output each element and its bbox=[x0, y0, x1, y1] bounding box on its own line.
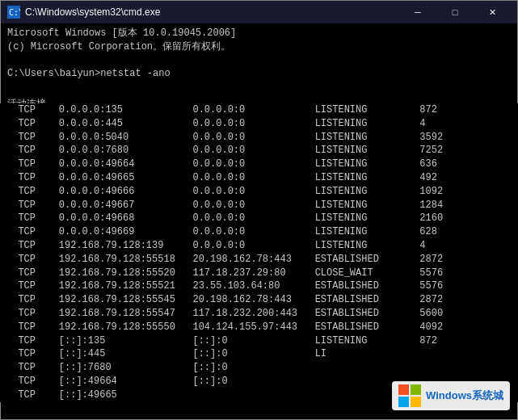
command-prompt: C:\Users\baiyun>netstat -ano bbox=[7, 67, 511, 81]
window-title: C:\Windows\system32\cmd.exe bbox=[25, 6, 399, 18]
svg-rect-2 bbox=[398, 384, 409, 395]
netstat-row-7: TCP 0.0.0.0:49667 0.0.0.0:0 LISTENING 12… bbox=[6, 199, 512, 212]
minimize-button[interactable]: ─ bbox=[399, 1, 436, 23]
netstat-row-0: TCP 0.0.0.0:135 0.0.0.0:0 LISTENING 872 bbox=[6, 103, 512, 117]
netstat-row-4: TCP 0.0.0.0:49664 0.0.0.0:0 LISTENING 63… bbox=[6, 158, 512, 171]
netstat-row-1: TCP 0.0.0.0:445 0.0.0.0:0 LISTENING 4 bbox=[6, 117, 512, 131]
netstat-row-8: TCP 0.0.0.0:49668 0.0.0.0:0 LISTENING 21… bbox=[6, 212, 512, 225]
blank-line-1 bbox=[7, 54, 511, 68]
netstat-row-2: TCP 0.0.0.0:5040 0.0.0.0:0 LISTENING 359… bbox=[6, 131, 512, 145]
svg-rect-3 bbox=[411, 384, 421, 395]
watermark-logo bbox=[398, 384, 421, 407]
blank-line-2 bbox=[7, 81, 511, 94]
watermark: Windows系统城 bbox=[392, 381, 510, 410]
svg-rect-4 bbox=[398, 397, 409, 407]
close-button[interactable]: ✕ bbox=[474, 1, 511, 23]
header-line-1: Microsoft Windows [版本 10.0.19045.2006] bbox=[7, 27, 511, 40]
netstat-row-13: TCP 192.168.79.128:55521 23.55.103.64:80… bbox=[6, 279, 512, 293]
cmd-icon: C:\ bbox=[7, 6, 20, 19]
header-line-2: (c) Microsoft Corporation。保留所有权利。 bbox=[7, 40, 511, 54]
netstat-row-6: TCP 0.0.0.0:49666 0.0.0.0:0 LISTENING 10… bbox=[6, 185, 512, 199]
netstat-row-18: TCP [::]:445 [::]:0 LI bbox=[6, 347, 512, 361]
netstat-row-16: TCP 192.168.79.128:55550 104.124.155.97:… bbox=[6, 321, 512, 334]
title-bar: C:\ C:\Windows\system32\cmd.exe ─ □ ✕ bbox=[1, 1, 517, 23]
window-controls: ─ □ ✕ bbox=[399, 1, 511, 23]
netstat-row-19: TCP [::]:7680 [::]:0 bbox=[6, 361, 512, 375]
watermark-text: Windows系统城 bbox=[426, 388, 503, 403]
maximize-button[interactable]: □ bbox=[436, 1, 474, 23]
netstat-row-15: TCP 192.168.79.128:55547 117.18.232.200:… bbox=[6, 307, 512, 321]
svg-text:C:\: C:\ bbox=[9, 8, 20, 17]
netstat-row-12: TCP 192.168.79.128:55520 117.18.237.29:8… bbox=[6, 267, 512, 280]
netstat-row-17: TCP [::]:135 [::]:0 LISTENING 872 bbox=[6, 334, 512, 348]
netstat-row-3: TCP 0.0.0.0:7680 0.0.0.0:0 LISTENING 725… bbox=[6, 144, 512, 158]
svg-rect-5 bbox=[411, 397, 421, 407]
netstat-row-10: TCP 192.168.79.128:139 0.0.0.0:0 LISTENI… bbox=[6, 239, 512, 253]
netstat-row-9: TCP 0.0.0.0:49669 0.0.0.0:0 LISTENING 62… bbox=[6, 225, 512, 239]
netstat-row-11: TCP 192.168.79.128:55518 20.198.162.78:4… bbox=[6, 253, 512, 267]
netstat-row-14: TCP 192.168.79.128:55545 20.198.162.78:4… bbox=[6, 293, 512, 307]
netstat-row-5: TCP 0.0.0.0:49665 0.0.0.0:0 LISTENING 49… bbox=[6, 171, 512, 185]
netstat-rows: TCP 0.0.0.0:135 0.0.0.0:0 LISTENING 872 … bbox=[0, 103, 518, 402]
